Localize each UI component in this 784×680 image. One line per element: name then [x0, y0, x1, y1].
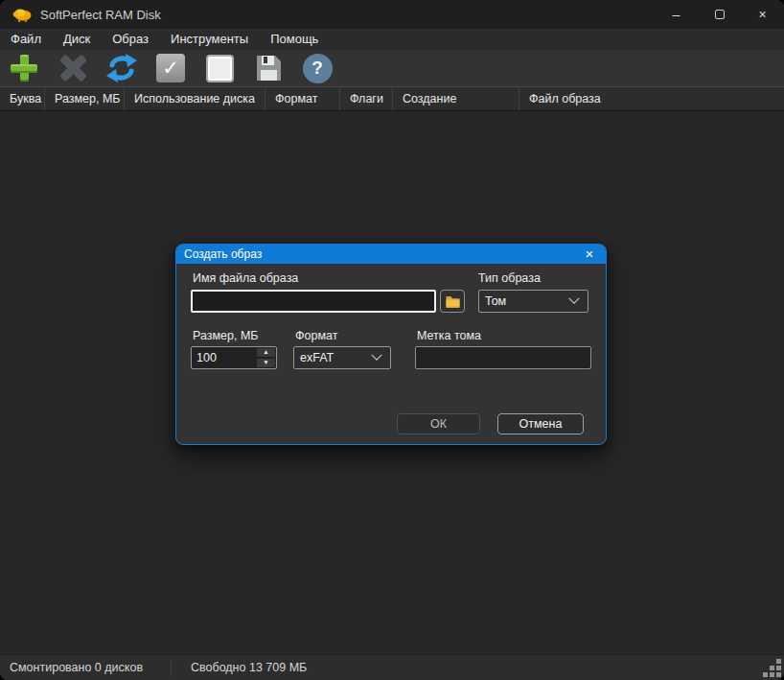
folder-icon	[445, 294, 461, 308]
cancel-button[interactable]: Отмена	[497, 413, 584, 434]
chevron-down-icon	[371, 350, 381, 361]
image-type-label: Тип образа	[478, 271, 541, 285]
column-header-creation[interactable]: Создание	[393, 87, 519, 110]
remove-disk-button[interactable]	[56, 52, 90, 84]
add-disk-button[interactable]	[7, 52, 41, 84]
window-title: SoftPerfect RAM Disk	[40, 8, 161, 22]
ok-button[interactable]: ОК	[397, 413, 480, 434]
minimize-icon: –	[673, 7, 680, 22]
titlebar: SoftPerfect RAM Disk – ×	[0, 0, 784, 29]
remove-x-icon	[58, 54, 87, 82]
size-label: Размер, МБ	[193, 329, 259, 342]
statusbar: Смонтировано 0 дисков Свободно 13 709 МБ	[0, 654, 784, 680]
menu-disk[interactable]: Диск	[54, 29, 100, 50]
column-header-image-file[interactable]: Файл образа	[519, 87, 784, 110]
unmount-square-icon	[206, 55, 234, 82]
menu-help[interactable]: Помощь	[261, 29, 328, 50]
menu-image[interactable]: Образ	[103, 29, 158, 50]
close-icon: ×	[758, 7, 766, 22]
volume-label-input[interactable]	[415, 346, 591, 369]
status-separator	[171, 660, 172, 676]
spin-down-icon: ▼	[263, 360, 268, 366]
resize-grip[interactable]	[762, 658, 781, 677]
menubar: Файл Диск Образ Инструменты Помощь	[0, 29, 784, 50]
format-combobox[interactable]: exFAT	[293, 346, 391, 369]
size-spin-down-button[interactable]: ▼	[257, 359, 275, 367]
mount-button[interactable]: ✓	[153, 52, 188, 84]
toolbar: ✓ ?	[0, 50, 784, 86]
column-header-format[interactable]: Формат	[265, 87, 340, 110]
create-image-dialog: Создать образ × Имя файла образа Тип обр…	[175, 244, 607, 445]
help-question-icon: ?	[303, 54, 333, 83]
dialog-titlebar: Создать образ ×	[176, 245, 606, 264]
chevron-down-icon	[568, 293, 579, 304]
refresh-remount-button[interactable]	[104, 52, 139, 84]
column-header-size[interactable]: Размер, МБ	[45, 87, 125, 110]
refresh-cycle-icon	[105, 53, 138, 83]
maximize-icon	[715, 10, 725, 19]
unmount-button[interactable]	[202, 52, 237, 84]
app-logo-icon	[12, 7, 32, 22]
status-free-memory: Свободно 13 709 МБ	[191, 661, 307, 674]
filename-label: Имя файла образа	[193, 271, 298, 285]
dialog-close-icon: ×	[586, 246, 594, 262]
volume-label-label: Метка тома	[417, 329, 481, 342]
save-floppy-icon	[253, 53, 284, 83]
list-header: Буква Размер, МБ Использование диска Фор…	[0, 86, 784, 111]
column-header-disk-usage[interactable]: Использование диска	[125, 87, 265, 110]
help-button[interactable]: ?	[300, 52, 334, 84]
close-button[interactable]: ×	[741, 0, 784, 29]
dialog-title: Создать образ	[184, 247, 262, 261]
column-header-flags[interactable]: Флаги	[340, 87, 393, 110]
size-input[interactable]	[192, 347, 257, 368]
spin-up-icon: ▲	[263, 349, 268, 356]
add-plus-icon	[10, 54, 38, 82]
dialog-close-button[interactable]: ×	[579, 246, 600, 262]
browse-button[interactable]	[440, 290, 465, 313]
format-value: exFAT	[300, 351, 373, 364]
image-type-value: Том	[485, 294, 570, 308]
maximize-button[interactable]	[698, 0, 741, 29]
mount-check-icon: ✓	[156, 54, 185, 82]
save-image-button[interactable]	[251, 52, 286, 84]
filename-input[interactable]	[191, 290, 436, 313]
menu-tools[interactable]: Инструменты	[161, 29, 258, 50]
menu-file[interactable]: Файл	[1, 29, 51, 50]
image-type-combobox[interactable]: Том	[478, 290, 588, 313]
size-spin-up-button[interactable]: ▲	[257, 348, 275, 357]
app-window: SoftPerfect RAM Disk – × Файл Диск Образ…	[0, 0, 784, 680]
format-label: Формат	[295, 329, 337, 342]
size-spinner: ▲ ▼	[191, 346, 277, 369]
minimize-button[interactable]: –	[655, 0, 698, 29]
column-header-letter[interactable]: Буква	[0, 87, 45, 110]
status-mounted-disks: Смонтировано 0 дисков	[10, 661, 171, 674]
